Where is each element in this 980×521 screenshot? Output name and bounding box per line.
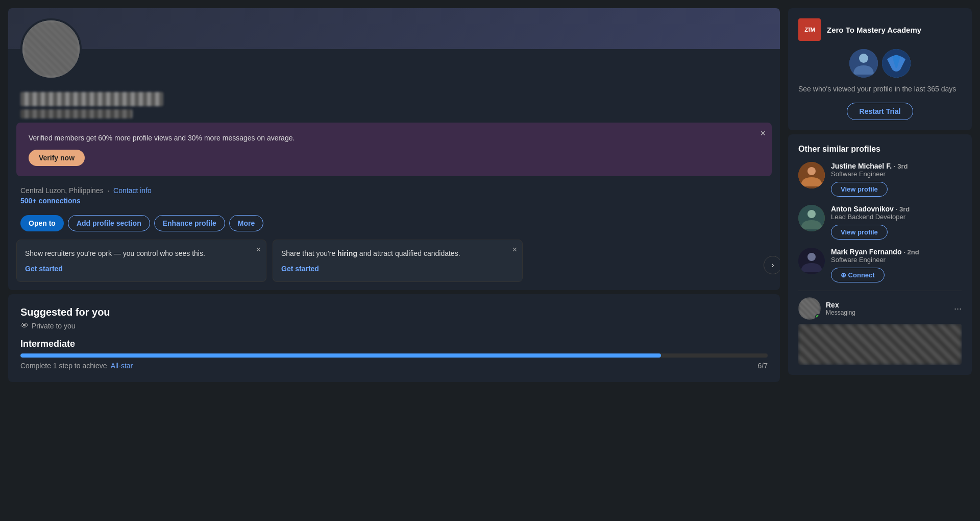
add-profile-section-button[interactable]: Add profile section [68, 215, 150, 231]
open-to-button[interactable]: Open to [20, 215, 64, 231]
rex-entry: Rex Messaging ··· [798, 291, 962, 365]
recruiter-get-started-link-2[interactable]: Get started [281, 265, 319, 273]
view-profile-button-anton[interactable]: View profile [831, 225, 888, 240]
avatar-justine [798, 162, 825, 188]
viewer-avatar-2 [882, 49, 911, 78]
similar-profiles-card: Other similar profiles Justine Michael F… [788, 134, 972, 375]
messaging-more-button[interactable]: ··· [954, 303, 962, 314]
connect-button-mark[interactable]: ⊕ Connect [831, 268, 885, 282]
verify-now-button[interactable]: Verify now [29, 150, 85, 166]
restart-trial-button[interactable]: Restart Trial [847, 103, 914, 120]
recruiter-card-hiring-text: Share that you're hiring and attract qua… [281, 248, 514, 259]
degree-justine: · 3rd [894, 162, 908, 170]
action-buttons-row: Open to Add profile section Enhance prof… [8, 209, 780, 240]
profile-name-mark: Mark Ryan Fernando [831, 248, 901, 256]
verify-banner-close[interactable]: × [760, 129, 766, 138]
list-item: Justine Michael F. · 3rd Software Engine… [798, 162, 962, 197]
more-button[interactable]: More [229, 215, 263, 231]
progress-count: 6/7 [758, 362, 768, 370]
eye-icon: 👁 [20, 321, 29, 330]
ztm-entry: ZTM Zero To Mastery Academy [798, 18, 962, 41]
degree-mark: · 2nd [903, 248, 919, 256]
degree-anton: · 3rd [896, 205, 910, 213]
profile-entry-info-mark: Mark Ryan Fernando · 2nd Software Engine… [831, 248, 962, 282]
profile-viewers-card: ZTM Zero To Mastery Academy [788, 8, 972, 130]
rex-avatar [798, 297, 821, 320]
profile-name-area [8, 88, 780, 119]
enhance-profile-button[interactable]: Enhance profile [154, 215, 225, 231]
recruiter-card-open-close[interactable]: × [256, 245, 261, 254]
suggested-title: Suggested for you [20, 306, 768, 318]
contact-info-link[interactable]: Contact info [113, 186, 152, 195]
avatar-anton [798, 205, 825, 231]
list-item: Anton Sadovnikov · 3rd Lead Backend Deve… [798, 205, 962, 240]
intermediate-label: Intermediate [20, 339, 768, 349]
list-item: Mark Ryan Fernando · 2nd Software Engine… [798, 248, 962, 282]
recruiter-card-open-text: Show recruiters you're oprk — you contro… [25, 248, 258, 259]
view-profile-button-justine[interactable]: View profile [831, 182, 888, 197]
rex-name: Rex [826, 301, 855, 309]
profile-entry-info-justine: Justine Michael F. · 3rd Software Engine… [831, 162, 962, 197]
profile-entry-info-anton: Anton Sadovnikov · 3rd Lead Backend Deve… [831, 205, 962, 240]
svg-point-7 [807, 210, 816, 218]
messaging-label: Messaging [826, 309, 855, 316]
suggested-card: Suggested for you 👁 Private to you Inter… [8, 294, 780, 382]
progress-bar-fill [20, 353, 661, 358]
ztm-logo: ZTM [798, 18, 821, 41]
viewer-avatars [798, 49, 962, 78]
recruiter-card-hiring-close[interactable]: × [512, 245, 517, 254]
svg-point-9 [807, 253, 816, 261]
progress-bar [20, 353, 768, 358]
online-indicator [815, 314, 820, 319]
svg-point-2 [859, 54, 868, 63]
profile-subtitle-blurred [20, 109, 133, 119]
ztm-name: Zero To Mastery Academy [827, 26, 921, 34]
profile-name-anton: Anton Sadovnikov [831, 205, 894, 213]
recruiter-card-open: × Show recruiters you're oprk — you cont… [16, 240, 266, 282]
avatar [20, 18, 82, 80]
avatar-mark [798, 248, 825, 274]
messaging-thumbnail [798, 324, 962, 365]
viewer-avatar-1 [849, 49, 878, 78]
progress-meta: Complete 1 step to achieve All-star 6/7 [20, 362, 768, 370]
profile-viewers-text: See who's viewed your profile in the las… [798, 84, 962, 94]
profile-name-justine: Justine Michael F. [831, 162, 892, 170]
carousel-next-button[interactable]: › [764, 256, 780, 274]
recruiter-section: × Show recruiters you're oprk — you cont… [8, 240, 780, 290]
all-star-link[interactable]: All-star [111, 362, 133, 370]
private-label: 👁 Private to you [20, 321, 768, 330]
connections-link[interactable]: 500+ connections [20, 197, 81, 205]
verify-banner: × Verified members get 60% more profile … [16, 123, 772, 176]
profile-name-blurred [20, 92, 163, 106]
role-mark: Software Engineer [831, 256, 962, 264]
recruiter-get-started-link-1[interactable]: Get started [25, 265, 63, 273]
progress-text: Complete 1 step to achieve All-star [20, 362, 133, 370]
profile-meta: Central Luzon, Philippines · Contact inf… [8, 180, 780, 209]
svg-point-5 [807, 167, 816, 175]
private-text: Private to you [32, 322, 76, 330]
recruiter-card-hiring: × Share that you're hiring and attract q… [273, 240, 523, 282]
location-text: Central Luzon, Philippines [20, 186, 104, 195]
role-justine: Software Engineer [831, 170, 962, 178]
verify-text: Verified members get 60% more profile vi… [29, 133, 760, 144]
role-anton: Lead Backend Developer [831, 213, 962, 221]
similar-profiles-title: Other similar profiles [798, 145, 962, 154]
